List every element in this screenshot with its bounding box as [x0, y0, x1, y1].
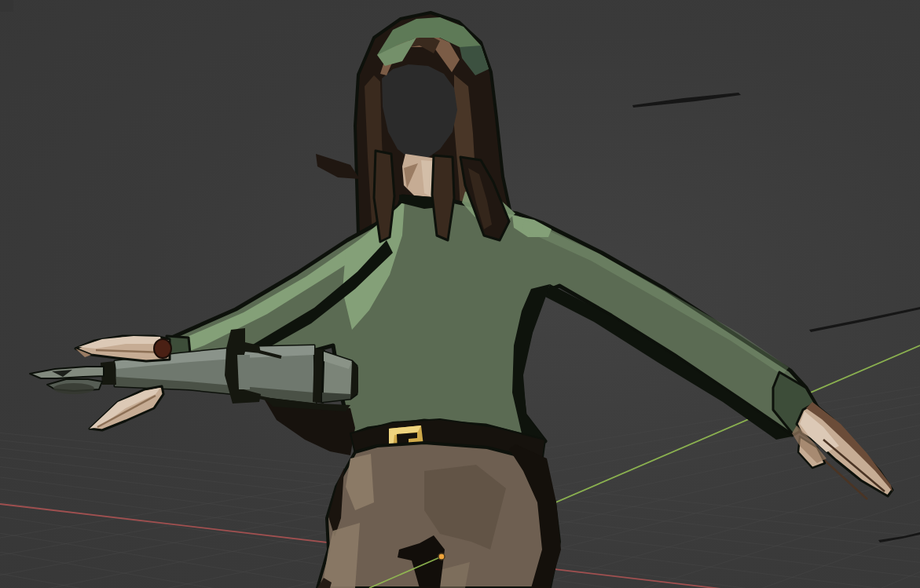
pants[interactable] — [317, 443, 561, 588]
3d-viewport[interactable] — [0, 0, 920, 588]
object-origin-dot[interactable] — [438, 553, 445, 560]
viewport-corner-patch — [0, 0, 13, 12]
cuff-interior — [154, 339, 171, 358]
